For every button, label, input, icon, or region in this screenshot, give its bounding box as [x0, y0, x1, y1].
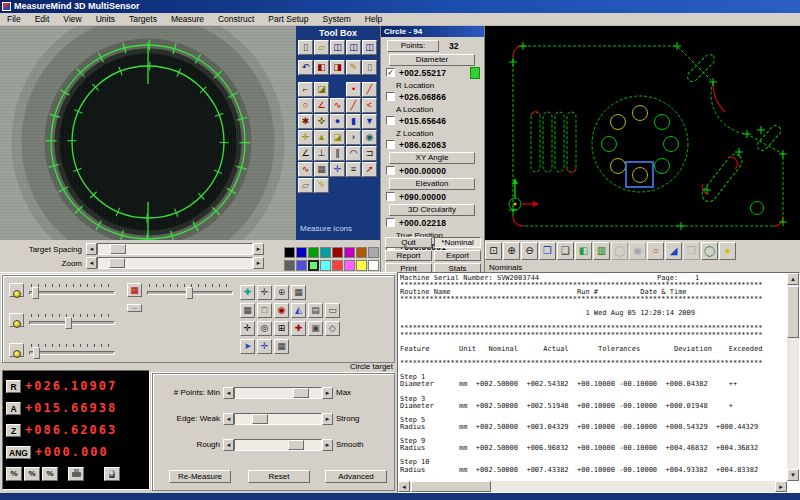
xy-angle-button[interactable]: XY Angle [389, 152, 475, 164]
palette-swatch-0-5[interactable] [344, 247, 355, 258]
lamp-2-button[interactable] [9, 313, 24, 327]
dro-axis-z-button[interactable]: Z [6, 424, 21, 437]
target-icon-1-1[interactable]: □ [257, 303, 272, 318]
edge-slider-right-arrow[interactable]: ► [322, 413, 333, 425]
toolbox-icon-1-4[interactable]: ▯ [362, 60, 377, 75]
palette-swatch-0-2[interactable] [308, 247, 319, 258]
toolbox-icon-5-1[interactable]: ▲ [314, 130, 329, 145]
target-icon-2-5[interactable]: ◇ [325, 321, 340, 336]
toolbox-icon-3-4[interactable]: < [362, 98, 377, 113]
target-icon-2-1[interactable]: ◎ [257, 321, 272, 336]
view-shaded-button[interactable]: ◧ [575, 242, 592, 260]
target-spacing-slider-track[interactable] [97, 243, 253, 255]
dro-light-button[interactable] [104, 467, 120, 481]
toolbox-icon-8-0[interactable]: ▱ [298, 178, 313, 193]
target-icon-3-0[interactable]: ➤ [240, 339, 255, 354]
target-icon-2-3[interactable]: ✚ [291, 321, 306, 336]
rough-slider-thumb[interactable] [288, 440, 304, 450]
palette-swatch-0-4[interactable] [332, 247, 343, 258]
palette-swatch-1-0[interactable] [284, 260, 295, 271]
xy-angle-checkbox[interactable] [386, 166, 395, 175]
target-icon-1-0[interactable]: ▦ [240, 303, 255, 318]
toolbox-icon-5-0[interactable]: ✛ [298, 130, 313, 145]
a-location-checkbox[interactable] [386, 116, 395, 125]
target-icon-0-2[interactable]: ⊕ [274, 285, 289, 300]
feature-circle-red-button[interactable]: ○ [647, 242, 664, 260]
toolbox-icon-1-0[interactable]: ↶ [298, 60, 313, 75]
diameter-checkbox[interactable]: ✓ [386, 68, 395, 77]
palette-swatch-1-3[interactable] [320, 260, 331, 271]
rough-slider-right-arrow[interactable]: ► [322, 439, 333, 451]
dro-axis-ang-button[interactable]: ANG [6, 446, 31, 459]
scroll-left-button[interactable]: ◄ [398, 481, 410, 492]
points-slider-thumb[interactable] [293, 388, 309, 398]
lamp-1-button[interactable] [9, 283, 24, 297]
measure-triangle-button[interactable]: ◢ [665, 242, 682, 260]
zoom-in-button[interactable]: ⊕ [503, 242, 520, 260]
report-vertical-scrollbar[interactable]: ▲ ▼ [787, 273, 799, 481]
report-horizontal-scrollbar[interactable]: ◄ ► [398, 481, 787, 492]
edge-slider-track[interactable] [234, 413, 322, 425]
lamp-2-slider[interactable] [29, 314, 115, 330]
dro-zero-button-1[interactable]: % [6, 467, 22, 481]
toolbox-icon-1-1[interactable]: ◧ [314, 60, 329, 75]
toolbox-icon-5-3[interactable]: ◗ [346, 130, 361, 145]
zoom-out-button[interactable]: ⊖ [521, 242, 538, 260]
camera-view[interactable] [0, 26, 296, 240]
lens-button[interactable]: ▦ [127, 283, 142, 297]
view-wireframe-button[interactable]: ❑ [557, 242, 574, 260]
diameter-button[interactable]: Diameter [389, 54, 475, 66]
toolbox-icon-0-2[interactable]: ◫ [330, 40, 345, 55]
report-button[interactable]: Report [385, 250, 432, 261]
zoom-slider-left-arrow[interactable]: ◄ [86, 257, 97, 269]
toolbox-icon-5-2[interactable]: ◪ [330, 130, 345, 145]
quit-button[interactable]: Quit [385, 237, 432, 248]
target-icon-1-3[interactable]: ◭ [291, 303, 306, 318]
dro-axis-a-button[interactable]: A [6, 402, 21, 415]
toolbox-icon-7-0[interactable]: ∿ [298, 162, 313, 177]
dro-zero-button-2[interactable]: % [24, 467, 40, 481]
menu-item-construct[interactable]: Construct [211, 14, 261, 24]
advanced-button[interactable]: Advanced [325, 470, 387, 483]
scroll-down-button[interactable]: ▼ [787, 469, 799, 481]
rough-slider-left-arrow[interactable]: ◄ [223, 439, 234, 451]
toolbox-icon-2-1[interactable]: ◪ [314, 82, 329, 97]
palette-swatch-0-6[interactable] [356, 247, 367, 258]
points-button[interactable]: Points: [387, 40, 439, 52]
menu-item-edit[interactable]: Edit [28, 14, 57, 24]
menu-item-measure[interactable]: Measure [164, 14, 211, 24]
scroll-up-button[interactable]: ▲ [787, 273, 799, 285]
3d-circularity-checkbox[interactable] [386, 218, 395, 227]
target-icon-3-2[interactable]: ▦ [274, 339, 289, 354]
zoom-slider-thumb[interactable] [109, 258, 125, 268]
lamp-1-slider-thumb[interactable] [32, 287, 39, 299]
menu-item-system[interactable]: System [316, 14, 358, 24]
palette-swatch-1-6[interactable] [356, 260, 367, 271]
target-icon-1-5[interactable]: ▭ [325, 303, 340, 318]
menu-item-targets[interactable]: Targets [122, 14, 164, 24]
report-text[interactable]: Machine Serial Number: SVW2003744 Page: … [400, 275, 786, 480]
palette-swatch-1-5[interactable] [344, 260, 355, 271]
elevation-button[interactable]: Elevation [389, 178, 475, 190]
r-location-checkbox[interactable] [386, 92, 395, 101]
toolbox-icon-2-3[interactable]: • [346, 82, 361, 97]
lens-options-button[interactable]: ... [127, 304, 142, 312]
edge-slider-thumb[interactable] [252, 414, 268, 424]
target-spacing-slider-thumb[interactable] [110, 244, 126, 254]
lamp-1-slider[interactable] [29, 284, 115, 300]
point-marker-button[interactable]: ● [719, 242, 736, 260]
zoom-slider-right-arrow[interactable]: ► [253, 257, 264, 269]
horizontal-scroll-thumb[interactable] [411, 481, 491, 492]
toolbox-icon-2-0[interactable]: ⌐ [298, 82, 313, 97]
toolbox-icon-6-1[interactable]: ⊥ [314, 146, 329, 161]
target-icon-2-4[interactable]: ▣ [308, 321, 323, 336]
toolbox-icon-3-1[interactable]: ∠ [314, 98, 329, 113]
target-icon-2-2[interactable]: ⊞ [274, 321, 289, 336]
toolbox-icon-4-2[interactable]: ● [330, 114, 345, 129]
menu-item-units[interactable]: Units [89, 14, 122, 24]
lens-slider-thumb[interactable] [186, 287, 193, 299]
target-icon-3-1[interactable]: ✛ [257, 339, 272, 354]
target-spacing-slider-left-arrow[interactable]: ◄ [86, 243, 97, 255]
menu-item-help[interactable]: Help [358, 14, 389, 24]
toolbox-icon-2-4[interactable]: ╱ [362, 82, 377, 97]
